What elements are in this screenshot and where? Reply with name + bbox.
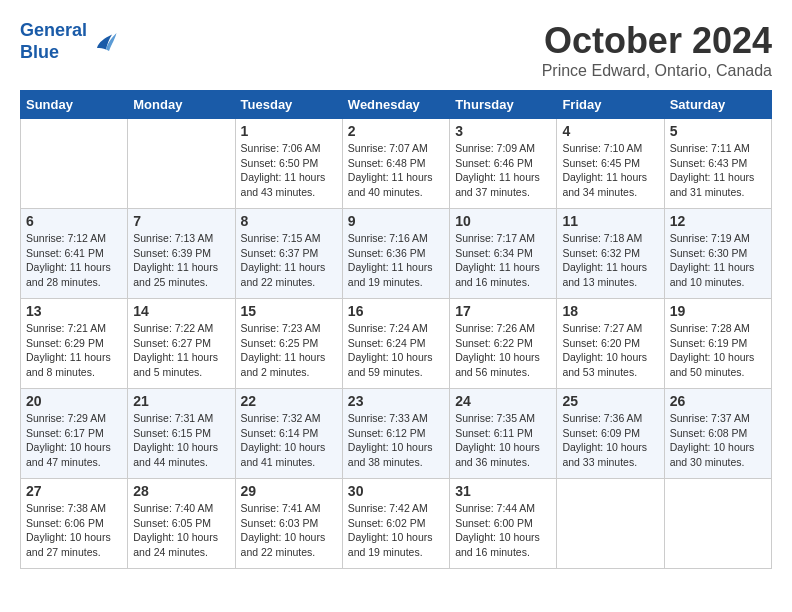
day-number: 15 — [241, 303, 337, 319]
day-info: Sunrise: 7:11 AMSunset: 6:43 PMDaylight:… — [670, 141, 766, 200]
day-info: Sunrise: 7:33 AMSunset: 6:12 PMDaylight:… — [348, 411, 444, 470]
day-info: Sunrise: 7:21 AMSunset: 6:29 PMDaylight:… — [26, 321, 122, 380]
header-friday: Friday — [557, 91, 664, 119]
calendar-cell: 2Sunrise: 7:07 AMSunset: 6:48 PMDaylight… — [342, 119, 449, 209]
calendar-cell: 8Sunrise: 7:15 AMSunset: 6:37 PMDaylight… — [235, 209, 342, 299]
calendar-cell: 29Sunrise: 7:41 AMSunset: 6:03 PMDayligh… — [235, 479, 342, 569]
day-info: Sunrise: 7:26 AMSunset: 6:22 PMDaylight:… — [455, 321, 551, 380]
calendar-table: SundayMondayTuesdayWednesdayThursdayFrid… — [20, 90, 772, 569]
day-number: 18 — [562, 303, 658, 319]
calendar-cell: 20Sunrise: 7:29 AMSunset: 6:17 PMDayligh… — [21, 389, 128, 479]
logo-text: General Blue — [20, 20, 87, 63]
logo-bird-icon — [91, 27, 121, 57]
calendar-cell: 17Sunrise: 7:26 AMSunset: 6:22 PMDayligh… — [450, 299, 557, 389]
day-number: 30 — [348, 483, 444, 499]
calendar-cell: 16Sunrise: 7:24 AMSunset: 6:24 PMDayligh… — [342, 299, 449, 389]
day-info: Sunrise: 7:40 AMSunset: 6:05 PMDaylight:… — [133, 501, 229, 560]
day-info: Sunrise: 7:28 AMSunset: 6:19 PMDaylight:… — [670, 321, 766, 380]
day-number: 9 — [348, 213, 444, 229]
location-subtitle: Prince Edward, Ontario, Canada — [542, 62, 772, 80]
day-info: Sunrise: 7:24 AMSunset: 6:24 PMDaylight:… — [348, 321, 444, 380]
day-number: 29 — [241, 483, 337, 499]
calendar-cell — [128, 119, 235, 209]
day-number: 3 — [455, 123, 551, 139]
week-row-1: 1Sunrise: 7:06 AMSunset: 6:50 PMDaylight… — [21, 119, 772, 209]
calendar-cell: 26Sunrise: 7:37 AMSunset: 6:08 PMDayligh… — [664, 389, 771, 479]
day-number: 21 — [133, 393, 229, 409]
day-number: 6 — [26, 213, 122, 229]
day-number: 20 — [26, 393, 122, 409]
calendar-cell: 3Sunrise: 7:09 AMSunset: 6:46 PMDaylight… — [450, 119, 557, 209]
calendar-cell: 31Sunrise: 7:44 AMSunset: 6:00 PMDayligh… — [450, 479, 557, 569]
day-number: 28 — [133, 483, 229, 499]
day-number: 8 — [241, 213, 337, 229]
day-info: Sunrise: 7:16 AMSunset: 6:36 PMDaylight:… — [348, 231, 444, 290]
calendar-cell — [21, 119, 128, 209]
day-number: 14 — [133, 303, 229, 319]
calendar-cell: 6Sunrise: 7:12 AMSunset: 6:41 PMDaylight… — [21, 209, 128, 299]
calendar-cell: 24Sunrise: 7:35 AMSunset: 6:11 PMDayligh… — [450, 389, 557, 479]
day-number: 27 — [26, 483, 122, 499]
day-number: 11 — [562, 213, 658, 229]
calendar-cell: 15Sunrise: 7:23 AMSunset: 6:25 PMDayligh… — [235, 299, 342, 389]
day-info: Sunrise: 7:10 AMSunset: 6:45 PMDaylight:… — [562, 141, 658, 200]
calendar-cell: 25Sunrise: 7:36 AMSunset: 6:09 PMDayligh… — [557, 389, 664, 479]
day-info: Sunrise: 7:29 AMSunset: 6:17 PMDaylight:… — [26, 411, 122, 470]
header-tuesday: Tuesday — [235, 91, 342, 119]
logo: General Blue — [20, 20, 121, 63]
calendar-cell: 30Sunrise: 7:42 AMSunset: 6:02 PMDayligh… — [342, 479, 449, 569]
header-monday: Monday — [128, 91, 235, 119]
header-wednesday: Wednesday — [342, 91, 449, 119]
day-info: Sunrise: 7:38 AMSunset: 6:06 PMDaylight:… — [26, 501, 122, 560]
calendar-cell: 10Sunrise: 7:17 AMSunset: 6:34 PMDayligh… — [450, 209, 557, 299]
page-header: General Blue October 2024 Prince Edward,… — [20, 20, 772, 80]
calendar-cell: 5Sunrise: 7:11 AMSunset: 6:43 PMDaylight… — [664, 119, 771, 209]
day-info: Sunrise: 7:31 AMSunset: 6:15 PMDaylight:… — [133, 411, 229, 470]
day-number: 22 — [241, 393, 337, 409]
calendar-cell: 9Sunrise: 7:16 AMSunset: 6:36 PMDaylight… — [342, 209, 449, 299]
day-info: Sunrise: 7:37 AMSunset: 6:08 PMDaylight:… — [670, 411, 766, 470]
day-number: 4 — [562, 123, 658, 139]
day-number: 31 — [455, 483, 551, 499]
calendar-cell: 14Sunrise: 7:22 AMSunset: 6:27 PMDayligh… — [128, 299, 235, 389]
day-info: Sunrise: 7:42 AMSunset: 6:02 PMDaylight:… — [348, 501, 444, 560]
calendar-cell — [664, 479, 771, 569]
day-info: Sunrise: 7:07 AMSunset: 6:48 PMDaylight:… — [348, 141, 444, 200]
calendar-cell: 7Sunrise: 7:13 AMSunset: 6:39 PMDaylight… — [128, 209, 235, 299]
header-thursday: Thursday — [450, 91, 557, 119]
month-title: October 2024 — [542, 20, 772, 62]
day-number: 12 — [670, 213, 766, 229]
day-number: 26 — [670, 393, 766, 409]
calendar-cell: 22Sunrise: 7:32 AMSunset: 6:14 PMDayligh… — [235, 389, 342, 479]
calendar-cell: 23Sunrise: 7:33 AMSunset: 6:12 PMDayligh… — [342, 389, 449, 479]
day-number: 2 — [348, 123, 444, 139]
calendar-header-row: SundayMondayTuesdayWednesdayThursdayFrid… — [21, 91, 772, 119]
title-block: October 2024 Prince Edward, Ontario, Can… — [542, 20, 772, 80]
calendar-cell: 13Sunrise: 7:21 AMSunset: 6:29 PMDayligh… — [21, 299, 128, 389]
day-number: 10 — [455, 213, 551, 229]
day-number: 1 — [241, 123, 337, 139]
day-info: Sunrise: 7:13 AMSunset: 6:39 PMDaylight:… — [133, 231, 229, 290]
calendar-cell: 19Sunrise: 7:28 AMSunset: 6:19 PMDayligh… — [664, 299, 771, 389]
calendar-cell: 18Sunrise: 7:27 AMSunset: 6:20 PMDayligh… — [557, 299, 664, 389]
day-info: Sunrise: 7:15 AMSunset: 6:37 PMDaylight:… — [241, 231, 337, 290]
week-row-4: 20Sunrise: 7:29 AMSunset: 6:17 PMDayligh… — [21, 389, 772, 479]
day-info: Sunrise: 7:23 AMSunset: 6:25 PMDaylight:… — [241, 321, 337, 380]
day-info: Sunrise: 7:36 AMSunset: 6:09 PMDaylight:… — [562, 411, 658, 470]
day-info: Sunrise: 7:06 AMSunset: 6:50 PMDaylight:… — [241, 141, 337, 200]
calendar-cell: 28Sunrise: 7:40 AMSunset: 6:05 PMDayligh… — [128, 479, 235, 569]
day-number: 13 — [26, 303, 122, 319]
day-info: Sunrise: 7:17 AMSunset: 6:34 PMDaylight:… — [455, 231, 551, 290]
week-row-5: 27Sunrise: 7:38 AMSunset: 6:06 PMDayligh… — [21, 479, 772, 569]
day-number: 17 — [455, 303, 551, 319]
calendar-cell: 21Sunrise: 7:31 AMSunset: 6:15 PMDayligh… — [128, 389, 235, 479]
calendar-cell: 27Sunrise: 7:38 AMSunset: 6:06 PMDayligh… — [21, 479, 128, 569]
day-number: 16 — [348, 303, 444, 319]
day-info: Sunrise: 7:12 AMSunset: 6:41 PMDaylight:… — [26, 231, 122, 290]
calendar-cell — [557, 479, 664, 569]
day-number: 7 — [133, 213, 229, 229]
day-number: 25 — [562, 393, 658, 409]
week-row-3: 13Sunrise: 7:21 AMSunset: 6:29 PMDayligh… — [21, 299, 772, 389]
day-info: Sunrise: 7:09 AMSunset: 6:46 PMDaylight:… — [455, 141, 551, 200]
week-row-2: 6Sunrise: 7:12 AMSunset: 6:41 PMDaylight… — [21, 209, 772, 299]
